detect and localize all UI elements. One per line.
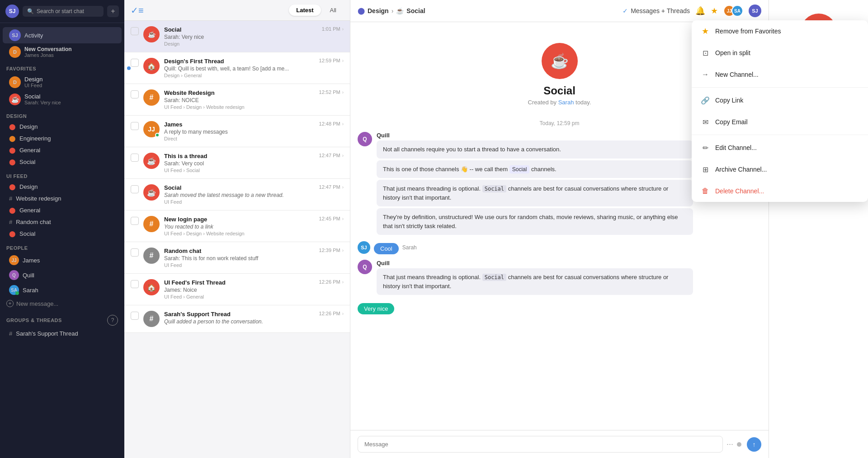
thread-title: Sarah's Support Thread <box>164 311 315 318</box>
thread-checkbox[interactable] <box>131 217 139 225</box>
dropdown-open-split[interactable]: ⊡ Open in split <box>692 42 868 64</box>
quill-msg-avatar-2: Q <box>358 260 372 274</box>
dropdown-new-channel[interactable]: → New Channel... <box>692 64 868 85</box>
sidebar-item-design-design[interactable]: ⬤ Design <box>3 121 122 132</box>
thread-item[interactable]: ☕ Social Sarah moved the latest message … <box>124 179 350 210</box>
thread-body: Random chat Sarah: This is for non work … <box>164 248 315 268</box>
thread-item[interactable]: 🏠 UI Feed's First Thread James: Noice UI… <box>124 274 350 305</box>
status-indicator[interactable] <box>737 442 741 447</box>
sidebar-item-fav-design[interactable]: D Design UI Feed <box>3 74 122 90</box>
support-thread-label: Sarah's Support Thread <box>16 330 78 337</box>
thread-item[interactable]: ☕ This is a thread Sarah: Very cool UI F… <box>124 147 350 179</box>
sidebar-item-activity[interactable]: SJ Activity <box>3 27 122 43</box>
sidebar-item-uifeed-social[interactable]: ⬤ Social <box>3 228 122 239</box>
dropdown-divider <box>692 135 868 135</box>
thread-item[interactable]: 🏠 Design's First Thread Quill: Quill is … <box>124 52 350 84</box>
star-filled-icon: ★ <box>701 27 710 36</box>
notification-bell[interactable]: 🔔 <box>695 6 705 16</box>
sidebar-item-sarah[interactable]: SA Sarah <box>3 283 122 297</box>
sidebar-item-design-social[interactable]: ⬤ Social <box>3 156 122 168</box>
thread-channel: UI Feed › General <box>164 294 315 299</box>
sidebar-item-uifeed-general[interactable]: ⬤ General <box>3 205 122 216</box>
thread-preview: James: Noice <box>164 287 315 293</box>
open-split-label: Open in split <box>715 49 750 56</box>
thread-checkbox[interactable] <box>131 27 139 35</box>
star-button[interactable]: ★ <box>711 6 718 16</box>
thread-checkbox[interactable] <box>131 154 139 162</box>
dropdown-archive-channel[interactable]: ⊞ Archive Channel... <box>692 159 868 180</box>
dropdown-edit-channel[interactable]: ✏ Edit Channel... <box>692 137 868 159</box>
message-input[interactable] <box>358 436 723 453</box>
user-avatar[interactable]: SJ <box>5 5 19 18</box>
thread-channel: UI Feed <box>164 262 315 268</box>
new-message-button[interactable]: + New message... <box>0 298 124 309</box>
thread-item[interactable]: ☕ Social Sarah: Very nice Design 1:01 PM… <box>124 21 350 52</box>
thread-checkbox[interactable] <box>131 90 139 98</box>
thread-time: 12:26 PM › <box>319 311 344 316</box>
sidebar-item-new-conversation[interactable]: D New Conversation James Jonas <box>3 44 122 60</box>
very-nice-reaction-button[interactable]: Very nice <box>358 303 394 314</box>
thread-avatar: # <box>143 89 160 106</box>
sidebar-item-uifeed-website-redesign[interactable]: # Website redesign <box>3 193 122 204</box>
dropdown-remove-favorites[interactable]: ★ Remove from Favorites <box>692 20 868 42</box>
thread-item[interactable]: # Website Redesign Sarah: NOICE UI Feed … <box>124 84 350 116</box>
thread-item[interactable]: # Sarah's Support Thread Quill added a p… <box>124 305 350 333</box>
dropdown-delete-channel[interactable]: 🗑 Delete Channel... <box>692 180 868 202</box>
chat-area-wrapper: ⬤ Design › ☕ Social ✓ Messages + Threads… <box>350 0 868 458</box>
message-bubble: Not all channels require you to start a … <box>377 140 693 159</box>
send-button[interactable]: ↑ <box>747 437 761 452</box>
thread-preview: Quill: Quill is best with, well, a team!… <box>164 65 315 72</box>
add-button[interactable]: + <box>107 5 119 17</box>
thread-title: Social <box>164 184 315 191</box>
cool-reaction-button[interactable]: Cool <box>374 243 399 254</box>
thread-item[interactable]: # New login page You reacted to a link U… <box>124 210 350 242</box>
social-channel-icon: ☕ <box>396 7 404 14</box>
quill-name: Quill <box>23 272 34 279</box>
thread-checkbox[interactable] <box>131 248 139 257</box>
current-user-avatar[interactable]: SJ <box>749 5 761 17</box>
sidebar-content: SJ Activity D New Conversation James Jon… <box>0 23 124 458</box>
search-bar[interactable]: 🔍 Search or start chat <box>23 6 104 17</box>
sarah-sender-label: Sarah <box>402 244 417 251</box>
breadcrumb-sep: › <box>392 7 394 14</box>
thread-body: New login page You reacted to a link UI … <box>164 216 315 236</box>
design-workspace-icon: ⬤ <box>358 7 365 14</box>
thread-checkbox[interactable] <box>131 59 139 67</box>
help-button[interactable]: ? <box>107 315 118 326</box>
thread-body: UI Feed's First Thread James: Noice UI F… <box>164 279 315 299</box>
thread-avatar: ☕ <box>143 26 160 42</box>
thread-checkbox[interactable] <box>131 185 139 193</box>
dropdown-copy-link[interactable]: 🔗 Copy Link <box>692 89 868 111</box>
sidebar-item-uifeed-random-chat[interactable]: # Random chat <box>3 216 122 228</box>
thread-body: Social Sarah moved the latest message to… <box>164 184 315 205</box>
thread-checkbox[interactable] <box>131 122 139 130</box>
thread-checkbox[interactable] <box>131 280 139 288</box>
sidebar-item-quill[interactable]: Q Quill <box>3 268 122 282</box>
tab-all[interactable]: All <box>323 5 344 16</box>
thread-channel: UI Feed › Design › Website redesign <box>164 104 315 110</box>
thread-title: James <box>164 121 315 128</box>
sidebar-item-sarahs-support[interactable]: # Sarah's Support Thread <box>3 328 122 339</box>
new-conv-sub: James Jonas <box>24 52 72 58</box>
thread-checkbox[interactable] <box>131 312 139 320</box>
sidebar-item-design-general[interactable]: ⬤ General <box>3 145 122 156</box>
thread-item[interactable]: JJ James A reply to many messages Direct… <box>124 116 350 147</box>
sidebar-item-fav-social[interactable]: ☕ Social Sarah: Very nice <box>3 91 122 107</box>
sidebar-item-uifeed-design[interactable]: ⬤ Design <box>3 181 122 192</box>
thread-item[interactable]: # Random chat Sarah: This is for non wor… <box>124 242 350 274</box>
plus-icon: + <box>6 300 14 307</box>
user-avatar-sarah: SA <box>731 5 743 17</box>
remove-favorites-label: Remove from Favorites <box>715 28 781 35</box>
social-icon: ⬤ <box>9 159 16 165</box>
tab-latest[interactable]: Latest <box>289 5 321 16</box>
thread-time: 12:45 PM › <box>319 216 344 221</box>
dropdown-copy-email[interactable]: ✉ Copy Email <box>692 111 868 133</box>
thread-title: New login page <box>164 216 315 223</box>
uifeed-design-label: Design <box>19 183 38 190</box>
message-bubble: They're by definition, unstructured! We … <box>377 208 693 235</box>
thread-list-header: ✓≡ Latest All <box>124 0 350 21</box>
sidebar-item-design-engineering[interactable]: ⬤ Engineering <box>3 133 122 144</box>
sidebar-item-james[interactable]: JJ James <box>3 253 122 267</box>
dots-menu[interactable]: ··· <box>726 439 733 449</box>
chevron-icon: › <box>342 58 344 63</box>
